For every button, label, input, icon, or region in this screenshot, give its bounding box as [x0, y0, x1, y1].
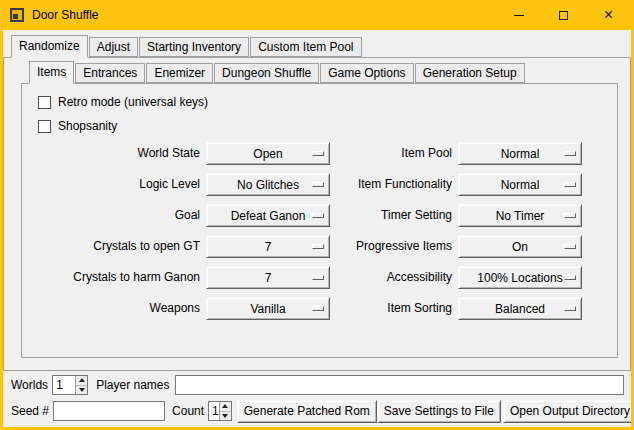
close-button[interactable]: ×	[586, 0, 631, 30]
count-down-button[interactable]	[220, 411, 231, 421]
down-arrow-icon	[79, 388, 85, 392]
tab-entrances[interactable]: Entrances	[75, 63, 145, 83]
bottom-controls: Worlds 1 Player names Seed # Count 1	[3, 371, 631, 427]
seed-label: Seed #	[11, 404, 49, 418]
count-up-button[interactable]	[220, 402, 231, 411]
up-arrow-icon	[79, 378, 85, 382]
worlds-label: Worlds	[11, 378, 48, 392]
generate-patched-rom-button[interactable]: Generate Patched Rom	[237, 400, 377, 423]
caption-buttons: ×	[496, 0, 631, 30]
checkbox-icon[interactable]	[38, 120, 51, 133]
accessibility-dropdown[interactable]: 100% Locations	[458, 266, 582, 289]
item-pool-value: Normal	[501, 147, 540, 161]
accessibility-value: 100% Locations	[477, 271, 562, 285]
shopsanity-label[interactable]: Shopsanity	[58, 119, 117, 133]
crystals-harm-ganon-label: Crystals to harm Ganon	[32, 266, 200, 289]
item-functionality-value: Normal	[501, 178, 540, 192]
progressive-items-label: Progressive Items	[336, 235, 452, 258]
world-state-dropdown[interactable]: Open	[206, 142, 330, 165]
tab-adjust[interactable]: Adjust	[89, 37, 138, 57]
tab-dungeon-shuffle[interactable]: Dungeon Shuffle	[214, 63, 319, 83]
window-title: Door Shuffle	[32, 8, 99, 22]
dropdown-indicator-icon	[564, 182, 576, 187]
items-pane: Retro mode (universal keys) Shopsanity W…	[21, 83, 618, 358]
count-label: Count	[172, 404, 204, 418]
item-sorting-dropdown[interactable]: Balanced	[458, 297, 582, 320]
main-tab-bar: Randomize Adjust Starting Inventory Cust…	[3, 34, 631, 57]
player-names-input[interactable]	[175, 375, 625, 395]
dropdown-indicator-icon	[564, 213, 576, 218]
minimize-button[interactable]	[496, 0, 541, 30]
weapons-value: Vanilla	[250, 302, 285, 316]
goal-value: Defeat Ganon	[231, 209, 306, 223]
crystals-open-gt-value: 7	[265, 240, 272, 254]
goal-dropdown[interactable]: Defeat Ganon	[206, 204, 330, 227]
up-arrow-icon	[222, 404, 228, 408]
count-spinbox[interactable]: 1	[208, 401, 232, 421]
tab-custom-item-pool[interactable]: Custom Item Pool	[250, 37, 361, 57]
dropdown-indicator-icon	[312, 182, 324, 187]
app-icon	[10, 8, 24, 22]
tab-starting-inventory[interactable]: Starting Inventory	[139, 37, 249, 57]
open-output-directory-button[interactable]: Open Output Directory	[503, 400, 631, 423]
maximize-icon	[559, 11, 568, 20]
weapons-dropdown[interactable]: Vanilla	[206, 297, 330, 320]
seed-row: Seed # Count 1 Generate Patched Rom Save…	[11, 399, 624, 423]
timer-setting-dropdown[interactable]: No Timer	[458, 204, 582, 227]
shopsanity-checkbox[interactable]: Shopsanity	[38, 118, 609, 134]
minimize-icon	[514, 15, 524, 16]
dropdown-indicator-icon	[564, 275, 576, 280]
item-functionality-dropdown[interactable]: Normal	[458, 173, 582, 196]
spinner-buttons	[219, 402, 231, 420]
worlds-spinbox[interactable]: 1	[52, 375, 88, 395]
timer-setting-label: Timer Setting	[336, 204, 452, 227]
spinner-buttons	[75, 376, 87, 394]
dropdown-indicator-icon	[564, 244, 576, 249]
player-names-label: Player names	[96, 378, 169, 392]
goal-label: Goal	[32, 204, 200, 227]
app-window: Door Shuffle × Randomize Adjust Starting…	[0, 0, 634, 430]
item-functionality-label: Item Functionality	[336, 173, 452, 196]
dropdown-indicator-icon	[564, 306, 576, 311]
dropdown-indicator-icon	[312, 275, 324, 280]
save-settings-button[interactable]: Save Settings to File	[377, 400, 501, 423]
dropdown-indicator-icon	[564, 151, 576, 156]
progressive-items-dropdown[interactable]: On	[458, 235, 582, 258]
tab-randomize[interactable]: Randomize	[11, 35, 88, 58]
crystals-open-gt-dropdown[interactable]: 7	[206, 235, 330, 258]
title-bar[interactable]: Door Shuffle ×	[3, 0, 631, 30]
accessibility-label: Accessibility	[336, 266, 452, 289]
progressive-items-value: On	[512, 240, 528, 254]
maximize-button[interactable]	[541, 0, 586, 30]
item-sorting-label: Item Sorting	[336, 297, 452, 320]
item-sorting-value: Balanced	[495, 302, 545, 316]
tab-generation-setup[interactable]: Generation Setup	[415, 63, 525, 83]
logic-level-value: No Glitches	[237, 178, 299, 192]
options-grid: World State Open Item Pool Normal Logic …	[32, 142, 609, 320]
dropdown-indicator-icon	[312, 244, 324, 249]
crystals-open-gt-label: Crystals to open GT	[32, 235, 200, 258]
logic-level-label: Logic Level	[32, 173, 200, 196]
dropdown-indicator-icon	[312, 213, 324, 218]
checkbox-icon[interactable]	[38, 96, 51, 109]
tab-items[interactable]: Items	[29, 61, 74, 84]
down-arrow-icon	[222, 414, 228, 418]
timer-setting-value: No Timer	[496, 209, 545, 223]
client-area: Randomize Adjust Starting Inventory Cust…	[3, 30, 631, 427]
retro-mode-checkbox[interactable]: Retro mode (universal keys)	[38, 94, 609, 110]
item-pool-dropdown[interactable]: Normal	[458, 142, 582, 165]
weapons-label: Weapons	[32, 297, 200, 320]
logic-level-dropdown[interactable]: No Glitches	[206, 173, 330, 196]
tab-game-options[interactable]: Game Options	[320, 63, 413, 83]
tab-enemizer[interactable]: Enemizer	[146, 63, 213, 83]
retro-mode-label[interactable]: Retro mode (universal keys)	[58, 95, 208, 109]
item-pool-label: Item Pool	[336, 142, 452, 165]
crystals-harm-ganon-dropdown[interactable]: 7	[206, 266, 330, 289]
worlds-up-button[interactable]	[76, 376, 87, 385]
worlds-down-button[interactable]	[76, 385, 87, 395]
crystals-harm-ganon-value: 7	[265, 271, 272, 285]
seed-input[interactable]	[53, 401, 165, 421]
world-state-label: World State	[32, 142, 200, 165]
worlds-value[interactable]: 1	[53, 376, 75, 394]
count-value[interactable]: 1	[209, 402, 219, 420]
